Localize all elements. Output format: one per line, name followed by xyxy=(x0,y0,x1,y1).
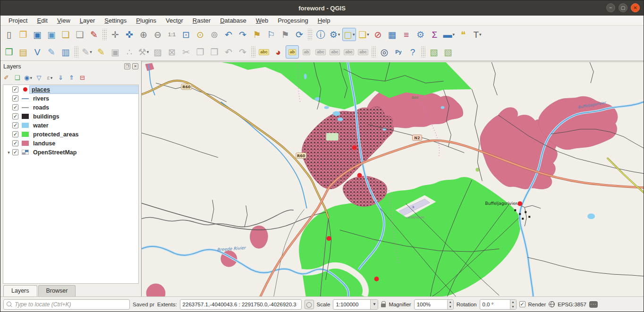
chevron-down-icon[interactable]: ▼ xyxy=(370,300,378,309)
layer-item-protected_areas[interactable]: ✓protected_areas xyxy=(3,130,138,139)
map-tips-button[interactable]: ❝ xyxy=(457,28,470,41)
zoom-out-button[interactable]: ⊖ xyxy=(151,28,164,41)
title-bar[interactable]: foreword - QGIS − ▢ ✕ xyxy=(0,0,644,16)
layer-diagram-options-button[interactable]: ◕ xyxy=(271,45,285,59)
open-layer-styling-dock-button[interactable]: ✐ xyxy=(1,73,11,83)
layer-visibility-checkbox[interactable]: ✓ xyxy=(12,122,18,128)
toggle-editing-button[interactable]: ✎ xyxy=(94,45,108,59)
layer-item-buildings[interactable]: ✓buildings xyxy=(3,112,138,121)
layer-visibility-checkbox[interactable]: ✓ xyxy=(12,131,18,137)
pan-map-button[interactable]: ✛ xyxy=(109,28,122,41)
select-features-by-value-button[interactable]: ❏▾ xyxy=(357,28,370,41)
add-group-button[interactable]: ❏ xyxy=(12,73,22,83)
menu-web[interactable]: Web xyxy=(252,16,273,25)
minimize-icon[interactable]: − xyxy=(606,3,615,12)
zoom-native-resolution-button[interactable]: 1:1 xyxy=(165,28,178,41)
new-print-layout-button[interactable]: ❏ xyxy=(59,28,72,41)
close-icon[interactable]: ✕ xyxy=(631,3,640,12)
layer-item-rivers[interactable]: ✓rivers xyxy=(3,94,138,103)
menu-view[interactable]: View xyxy=(53,16,75,25)
menu-vector[interactable]: Vector xyxy=(161,16,187,25)
processing-toolbox-button[interactable]: ⚙ xyxy=(414,28,427,41)
map-canvas[interactable]: ✈ xyxy=(142,61,644,296)
metasearch-button[interactable]: ◎ xyxy=(378,45,391,59)
zoom-to-layer-button[interactable]: ⊚ xyxy=(208,28,221,41)
menu-raster[interactable]: Raster xyxy=(188,16,215,25)
maximize-icon[interactable]: ▢ xyxy=(619,3,627,12)
filter-legend-button[interactable]: ▽ xyxy=(34,73,44,83)
highlight-pinned-labels-button[interactable]: ab xyxy=(286,45,299,59)
new-shapefile-layer-button[interactable]: V xyxy=(31,45,44,59)
layers-panel-header[interactable]: Layers ❐ ✕ xyxy=(0,61,141,72)
layer-visibility-checkbox[interactable]: ✓ xyxy=(12,149,18,155)
new-virtual-layer-button[interactable]: ▥ xyxy=(59,45,72,59)
new-project-button[interactable]: ▯ xyxy=(2,28,16,41)
show-bookmark-manager-button[interactable]: ⚑ xyxy=(279,28,292,41)
remove-layer-button[interactable]: ⊟ xyxy=(77,73,87,83)
layer-visibility-checkbox[interactable]: ✓ xyxy=(12,95,18,101)
plugin-map-tool-2-button[interactable]: ▧ xyxy=(441,45,455,59)
field-calculator-button[interactable]: ≡ xyxy=(399,28,413,41)
expander-icon[interactable]: ▾ xyxy=(5,150,12,155)
menu-database[interactable]: Database xyxy=(216,16,251,25)
text-annotation-button[interactable]: T▾ xyxy=(471,28,484,41)
tab-layers[interactable]: Layers xyxy=(3,285,37,296)
tab-browser[interactable]: Browser xyxy=(38,285,76,296)
crs-value[interactable]: EPSG:3857 xyxy=(558,302,586,307)
layer-labeling-options-button[interactable]: abc xyxy=(257,45,271,59)
zoom-next-button[interactable]: ↷ xyxy=(236,28,249,41)
layer-item-places[interactable]: ✓places xyxy=(3,85,138,94)
zoom-full-extent-button[interactable]: ⊡ xyxy=(179,28,193,41)
layer-item-OpenStreetMap[interactable]: ▾✓OpenStreetMap xyxy=(3,148,138,157)
measure-line-button[interactable]: ▬▾ xyxy=(442,28,456,41)
refresh-map-button[interactable]: ⟳ xyxy=(293,28,306,41)
new-spatial-bookmark-button[interactable]: ⚑ xyxy=(250,28,263,41)
select-features-button[interactable]: ▢▾ xyxy=(342,28,356,41)
collapse-all-button[interactable]: ⇑ xyxy=(67,73,76,83)
plugin-map-tool-1-button[interactable]: ▧ xyxy=(427,45,441,59)
new-spatialite-layer-button[interactable]: ✎ xyxy=(45,45,58,59)
layer-item-landuse[interactable]: ✓landuse xyxy=(3,139,138,148)
statistical-summary-button[interactable]: Σ xyxy=(428,28,441,41)
save-project-button[interactable]: ▣ xyxy=(31,28,44,41)
menu-plugins[interactable]: Plugins xyxy=(132,16,161,25)
layer-item-roads[interactable]: ✓roads xyxy=(3,103,138,112)
scale-combobox[interactable]: 1:100000 ▼ xyxy=(333,299,378,310)
render-checkbox[interactable]: ✓ xyxy=(519,301,525,307)
spin-up-icon[interactable]: ▲ xyxy=(510,300,516,304)
magnifier-spinbox[interactable]: 100% ▲▼ xyxy=(414,299,454,310)
locate-input[interactable]: Type to locate (Ctrl+K) xyxy=(3,299,130,310)
deselect-features-button[interactable]: ⊘ xyxy=(371,28,384,41)
layer-visibility-checkbox[interactable]: ✓ xyxy=(12,140,18,146)
pan-map-to-selection-button[interactable]: ✜ xyxy=(123,28,136,41)
layer-item-water[interactable]: ✓water xyxy=(3,121,138,130)
panel-close-icon[interactable]: ✕ xyxy=(132,63,138,69)
panel-float-icon[interactable]: ❐ xyxy=(124,63,130,69)
rotation-spinbox[interactable]: 0.0 ° ▲▼ xyxy=(480,299,517,310)
show-layout-manager-button[interactable]: ❏ xyxy=(73,28,86,41)
layer-visibility-checkbox[interactable]: ✓ xyxy=(12,113,18,119)
show-spatial-bookmarks-button[interactable]: ⚐ xyxy=(264,28,278,41)
save-project-as-button[interactable]: ▣ xyxy=(45,28,58,41)
menu-project[interactable]: Project xyxy=(4,16,32,25)
identify-features-button[interactable]: ⓘ xyxy=(314,28,327,41)
extents-to-canvas-button[interactable]: ◯ xyxy=(305,300,314,309)
menu-help[interactable]: Help xyxy=(314,16,335,25)
lock-scale-icon[interactable] xyxy=(381,304,386,307)
layer-visibility-checkbox[interactable]: ✓ xyxy=(12,86,18,93)
style-manager-button[interactable]: ✎ xyxy=(87,28,101,41)
expand-all-button[interactable]: ⇓ xyxy=(56,73,66,83)
menu-edit[interactable]: Edit xyxy=(33,16,51,25)
open-data-source-manager-button[interactable]: ❒ xyxy=(2,45,16,59)
crs-globe-icon[interactable] xyxy=(549,301,555,307)
menu-settings[interactable]: Settings xyxy=(100,16,131,25)
spin-down-icon[interactable]: ▼ xyxy=(448,304,453,309)
extents-value-box[interactable]: 2263757.1,-4040043.6 : 2291750.0,-402692… xyxy=(180,299,302,310)
python-console-button[interactable]: Py xyxy=(392,45,405,59)
manage-map-themes-button[interactable]: ◉▾ xyxy=(23,73,33,83)
help-contents-button[interactable]: ? xyxy=(406,45,419,59)
layer-visibility-checkbox[interactable]: ✓ xyxy=(12,104,18,110)
messages-icon[interactable]: ··· xyxy=(589,301,598,308)
zoom-in-button[interactable]: ⊕ xyxy=(137,28,150,41)
zoom-to-selection-button[interactable]: ⊙ xyxy=(194,28,207,41)
